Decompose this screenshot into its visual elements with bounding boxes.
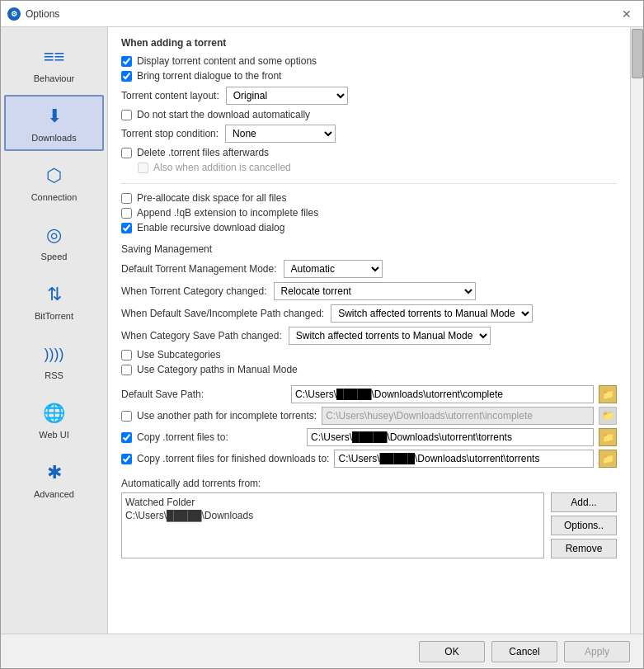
no-start-label[interactable]: Do not start the download automatically bbox=[137, 109, 310, 120]
panel-content: When adding a torrent Display torrent co… bbox=[108, 27, 630, 634]
sidebar: ≡≡ Behaviour ⬇ Downloads ⬡ Connection ◎ … bbox=[1, 27, 108, 634]
no-start-checkbox[interactable] bbox=[121, 110, 132, 120]
sidebar-item-advanced[interactable]: ✱ Advanced bbox=[4, 451, 104, 507]
options-window: ⚙ Options ✕ ≡≡ Behaviour ⬇ Downloads ⬡ C… bbox=[0, 0, 644, 669]
content-layout-row: Torrent content layout: Original Subfold… bbox=[121, 87, 617, 105]
default-mgmt-mode-select[interactable]: Automatic Manual bbox=[284, 260, 383, 278]
preallocate-checkbox[interactable] bbox=[121, 193, 132, 204]
watched-folder-list: Watched Folder C:\Users\█████\Downloads bbox=[121, 492, 544, 558]
sidebar-item-connection[interactable]: ⬡ Connection bbox=[4, 154, 104, 210]
sidebar-label-advanced: Advanced bbox=[34, 489, 74, 499]
watched-folder-area: Watched Folder C:\Users\█████\Downloads … bbox=[121, 492, 617, 558]
sidebar-item-speed[interactable]: ◎ Speed bbox=[4, 214, 104, 270]
bring-dialogue-checkbox[interactable] bbox=[121, 71, 132, 82]
use-subcategories-checkbox[interactable] bbox=[121, 350, 132, 360]
adding-section: When adding a torrent Display torrent co… bbox=[121, 37, 617, 173]
bring-dialogue-label[interactable]: Bring torrent dialogue to the front bbox=[137, 70, 281, 82]
title-bar: ⚙ Options ✕ bbox=[1, 1, 643, 27]
default-save-path-row: Default Save Path: 📁 bbox=[121, 385, 617, 403]
sidebar-label-connection: Connection bbox=[31, 192, 78, 202]
incomplete-path-input[interactable] bbox=[322, 407, 594, 425]
apply-button[interactable]: Apply bbox=[564, 641, 630, 662]
scrollbar[interactable] bbox=[630, 27, 643, 634]
copy-finished-label[interactable]: Copy .torrent files for finished downloa… bbox=[137, 453, 329, 464]
add-watched-button[interactable]: Add... bbox=[551, 492, 617, 512]
remove-watched-button[interactable]: Remove bbox=[551, 539, 617, 558]
connection-icon: ⬡ bbox=[41, 163, 68, 189]
copy-finished-checkbox[interactable] bbox=[121, 454, 132, 464]
disk-options-section: Pre-allocate disk space for all files Ap… bbox=[121, 192, 617, 233]
sidebar-label-speed: Speed bbox=[41, 252, 68, 261]
incomplete-path-checkbox[interactable] bbox=[121, 411, 132, 422]
also-cancelled-label: Also when addition is cancelled bbox=[153, 162, 291, 173]
copy-torrent-checkbox[interactable] bbox=[121, 432, 132, 443]
content-layout-select[interactable]: Original Subfolder Don't create subfolde… bbox=[226, 87, 348, 105]
incomplete-path-label[interactable]: Use another path for incomplete torrents… bbox=[137, 410, 317, 422]
append-ext-label[interactable]: Append .!qB extension to incomplete file… bbox=[137, 207, 318, 219]
default-save-path-input[interactable] bbox=[291, 385, 594, 403]
sidebar-item-webui[interactable]: 🌐 Web UI bbox=[4, 392, 104, 448]
default-save-changed-row: When Default Save/Incomplete Path change… bbox=[121, 304, 617, 323]
ok-button[interactable]: OK bbox=[419, 641, 485, 662]
category-save-changed-label: When Category Save Path changed: bbox=[121, 330, 282, 342]
category-changed-label: When Torrent Category changed: bbox=[121, 285, 267, 297]
webui-icon: 🌐 bbox=[41, 400, 68, 426]
watched-folder-path: C:\Users\█████\Downloads bbox=[125, 510, 540, 521]
watched-folder-header: Watched Folder bbox=[125, 497, 540, 508]
auto-add-label: Automatically add torrents from: bbox=[121, 478, 617, 489]
copy-torrent-label[interactable]: Copy .torrent files to: bbox=[137, 431, 302, 443]
preallocate-label[interactable]: Pre-allocate disk space for all files bbox=[137, 192, 286, 204]
default-mgmt-mode-label: Default Torrent Management Mode: bbox=[121, 263, 277, 275]
stop-condition-select[interactable]: None Metadata Received Files Exist bbox=[225, 125, 336, 143]
close-button[interactable]: ✕ bbox=[617, 4, 637, 24]
preallocate-row: Pre-allocate disk space for all files bbox=[121, 192, 617, 204]
recursive-dialog-label[interactable]: Enable recursive download dialog bbox=[137, 222, 284, 233]
sidebar-label-rss: RSS bbox=[45, 370, 63, 380]
delete-torrent-checkbox[interactable] bbox=[121, 148, 132, 158]
incomplete-path-row: Use another path for incomplete torrents… bbox=[121, 407, 617, 425]
advanced-icon: ✱ bbox=[41, 459, 68, 486]
sidebar-item-behaviour[interactable]: ≡≡ Behaviour bbox=[4, 35, 104, 92]
default-save-path-browse[interactable]: 📁 bbox=[599, 385, 617, 403]
sidebar-item-bittorrent[interactable]: ⇅ BitTorrent bbox=[4, 273, 104, 329]
stop-condition-row: Torrent stop condition: None Metadata Re… bbox=[121, 125, 617, 143]
stop-condition-label: Torrent stop condition: bbox=[121, 128, 219, 139]
category-save-changed-select[interactable]: Switch affected torrents to Manual Mode … bbox=[289, 327, 491, 345]
category-changed-select[interactable]: Relocate torrent Switch affected torrent… bbox=[274, 282, 476, 300]
content-layout-label: Torrent content layout: bbox=[121, 90, 219, 101]
bottom-bar: OK Cancel Apply bbox=[1, 634, 643, 668]
content-area: ≡≡ Behaviour ⬇ Downloads ⬡ Connection ◎ … bbox=[1, 27, 643, 634]
watched-folder-buttons: Add... Options.. Remove bbox=[551, 492, 617, 558]
sidebar-label-webui: Web UI bbox=[39, 430, 68, 440]
downloads-icon: ⬇ bbox=[41, 103, 68, 130]
use-subcategories-row: Use Subcategories bbox=[121, 349, 617, 360]
copy-torrent-input[interactable] bbox=[307, 428, 594, 446]
default-save-changed-select[interactable]: Switch affected torrents to Manual Mode … bbox=[331, 304, 533, 323]
copy-finished-row: Copy .torrent files for finished downloa… bbox=[121, 450, 617, 468]
sidebar-label-downloads: Downloads bbox=[31, 133, 76, 143]
watched-folder-section: Automatically add torrents from: Watched… bbox=[121, 478, 617, 558]
display-content-checkbox[interactable] bbox=[121, 56, 132, 67]
also-cancelled-checkbox[interactable] bbox=[138, 163, 148, 173]
delete-torrent-label[interactable]: Delete .torrent files afterwards bbox=[137, 147, 269, 158]
sidebar-item-rss[interactable]: )))) RSS bbox=[4, 332, 104, 389]
bring-dialogue-row: Bring torrent dialogue to the front bbox=[121, 70, 617, 82]
sidebar-label-bittorrent: BitTorrent bbox=[35, 311, 73, 321]
use-subcategories-label[interactable]: Use Subcategories bbox=[137, 349, 220, 360]
category-manual-label[interactable]: Use Category paths in Manual Mode bbox=[137, 364, 298, 375]
append-ext-checkbox[interactable] bbox=[121, 208, 132, 219]
options-watched-button[interactable]: Options.. bbox=[551, 516, 617, 535]
sidebar-item-downloads[interactable]: ⬇ Downloads bbox=[4, 95, 104, 151]
incomplete-path-browse: 📁 bbox=[599, 407, 617, 425]
append-ext-row: Append .!qB extension to incomplete file… bbox=[121, 207, 617, 219]
copy-finished-browse[interactable]: 📁 bbox=[599, 450, 617, 468]
paths-section: Default Save Path: 📁 Use another path fo… bbox=[121, 385, 617, 468]
category-manual-checkbox[interactable] bbox=[121, 365, 132, 375]
default-mgmt-mode-row: Default Torrent Management Mode: Automat… bbox=[121, 260, 617, 278]
recursive-dialog-checkbox[interactable] bbox=[121, 223, 132, 233]
cancel-button[interactable]: Cancel bbox=[491, 641, 557, 662]
display-content-label[interactable]: Display torrent content and some options bbox=[137, 55, 317, 67]
bittorrent-icon: ⇅ bbox=[41, 281, 68, 308]
copy-torrent-browse[interactable]: 📁 bbox=[599, 428, 617, 446]
copy-finished-input[interactable] bbox=[334, 450, 594, 468]
